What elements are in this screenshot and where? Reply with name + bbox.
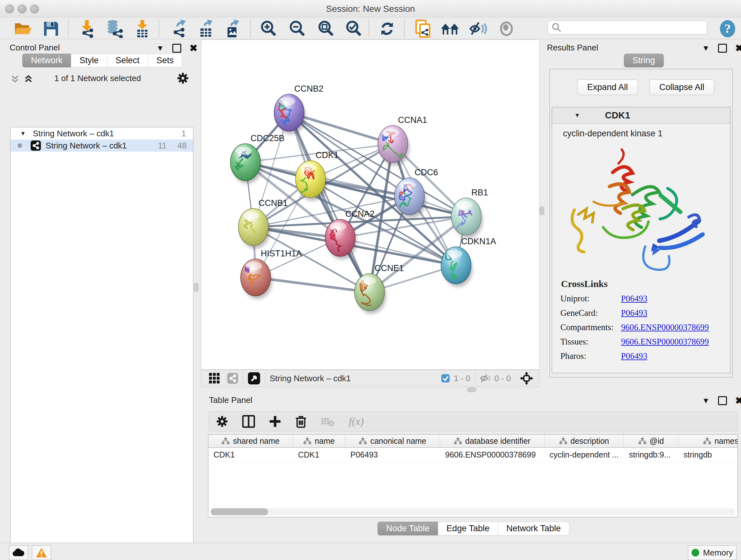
left-splitter-handle[interactable]	[194, 283, 199, 292]
refresh-icon[interactable]	[377, 20, 397, 38]
show-columns-icon[interactable]	[242, 415, 255, 428]
column-header--id[interactable]: @id	[624, 435, 678, 447]
column-header-shared-name[interactable]: shared name	[208, 435, 293, 447]
control-panel-tab-network[interactable]: Network	[22, 54, 71, 67]
zoom-in-icon[interactable]	[258, 20, 279, 38]
table-tab-network-table[interactable]: Network Table	[498, 522, 569, 536]
panel-close-icon[interactable]: ✖	[735, 396, 741, 406]
hide-unhide-icon[interactable]	[468, 20, 489, 38]
open-folder-icon[interactable]	[13, 20, 33, 38]
import-table-icon[interactable]	[132, 20, 152, 38]
node-label-ccna1: CCNA1	[398, 115, 427, 125]
table-cell: 9606.ENSP00000378699	[440, 448, 544, 462]
panel-close-icon[interactable]: ✖	[735, 44, 741, 53]
help-icon[interactable]: ?	[718, 20, 738, 38]
column-header-description[interactable]: description	[544, 435, 624, 447]
network-view-share-icon[interactable]	[227, 373, 239, 384]
search-icon	[552, 23, 561, 32]
network-tree-row-selected[interactable]: String Network – cdk1 11 48	[10, 139, 193, 152]
network-view-canvas[interactable]: CCNB2CCNA1CDC25BCDK1CDC6RB1CCNB1CCNA2CDK…	[201, 40, 539, 370]
grid-view-icon[interactable]	[208, 372, 220, 384]
table-tab-edge-table[interactable]: Edge Table	[438, 522, 498, 536]
network-node-ccne1[interactable]	[354, 273, 385, 311]
crosslink-link[interactable]: 9606.ENSP00000378699	[621, 322, 709, 332]
tree-expander-icon[interactable]: ▼	[20, 130, 26, 137]
network-node-ccna2[interactable]	[325, 219, 355, 256]
table-cell: stringdb	[678, 448, 738, 462]
crosslink-label: Compartments:	[560, 322, 621, 332]
network-node-cdc25b[interactable]	[230, 144, 260, 181]
crosslink-link[interactable]: 9606.ENSP00000378699	[621, 337, 709, 347]
crosslink-row: GeneCard:P06493	[560, 308, 730, 318]
selected-nodes-checkbox-icon[interactable]	[441, 374, 450, 383]
hidden-counts: 0 - 0	[494, 374, 511, 383]
column-header-canonical-name[interactable]: canonical name	[345, 435, 440, 447]
network-tree-root-row[interactable]: ▼ String Network – cdk1 1	[10, 127, 193, 139]
node-label-cdc25b: CDC25B	[251, 133, 285, 143]
clone-network-icon[interactable]	[413, 20, 433, 38]
panel-float-icon[interactable]	[718, 44, 727, 53]
zoom-selected-icon[interactable]	[343, 20, 364, 38]
warnings-button[interactable]	[32, 545, 51, 560]
node-label-cdc6: CDC6	[414, 168, 438, 177]
memory-button[interactable]: Memory	[688, 545, 737, 560]
control-panel-tab-select[interactable]: Select	[107, 54, 148, 67]
panel-close-icon[interactable]: ✖	[190, 44, 198, 53]
expand-all-button[interactable]: Expand All	[577, 79, 638, 95]
crosslinks-list: Uniprot:P06493GeneCard:P06493Compartment…	[552, 294, 730, 361]
node-label-ccnb2: CCNB2	[294, 84, 324, 94]
network-node-cdk1[interactable]	[295, 161, 326, 198]
import-network-icon[interactable]	[77, 20, 97, 38]
control-panel-tab-style[interactable]: Style	[71, 54, 107, 67]
export-table-icon[interactable]	[196, 20, 216, 38]
panel-menu-icon[interactable]: ▼	[702, 397, 710, 405]
column-header-name[interactable]: name	[293, 435, 345, 447]
save-icon[interactable]	[41, 20, 61, 38]
memory-status-dot	[691, 549, 699, 557]
network-node-cdkn1a[interactable]	[441, 247, 471, 284]
detach-view-icon[interactable]	[248, 372, 260, 385]
panel-menu-icon[interactable]: ▼	[156, 44, 164, 52]
crosslinks-title: CrossLinks	[561, 278, 730, 289]
network-node-ccna1[interactable]	[378, 125, 408, 163]
export-network-icon[interactable]	[169, 20, 190, 38]
eye-disabled-icon[interactable]	[496, 20, 517, 38]
network-node-ccnb1[interactable]	[239, 208, 268, 246]
table-tab-node-table[interactable]: Node Table	[378, 522, 438, 536]
add-column-icon[interactable]	[269, 415, 281, 428]
column-header-database-identifier[interactable]: database identifier	[440, 435, 544, 447]
crosslink-link[interactable]: P06493	[621, 308, 648, 318]
delete-column-icon[interactable]	[295, 415, 307, 428]
collapse-entry-icon[interactable]: ▼	[575, 112, 580, 119]
panel-menu-icon[interactable]: ▼	[702, 44, 710, 52]
crosslink-link[interactable]: P06493	[621, 294, 648, 304]
homes-icon[interactable]	[440, 20, 461, 38]
crosslink-link[interactable]: P06493	[621, 351, 648, 361]
search-input[interactable]	[561, 23, 700, 33]
hidden-items-eye-icon	[480, 374, 491, 383]
import-database-icon[interactable]	[104, 20, 125, 38]
table-row[interactable]: CDK1CDK1P064939606.ENSP00000378699cyclin…	[208, 448, 738, 462]
network-node-cdc6[interactable]	[394, 178, 424, 215]
export-image-icon[interactable]	[222, 20, 243, 38]
zoom-fit-icon[interactable]	[316, 20, 336, 38]
results-panel-tab-string[interactable]: String	[624, 54, 664, 67]
column-header-namespace[interactable]: namespace	[678, 435, 738, 447]
node-label-ccnb1: CCNB1	[259, 198, 288, 208]
zoom-out-icon[interactable]	[287, 20, 307, 38]
node-details-header[interactable]: ▼ CDK1	[552, 107, 730, 124]
footer-separator	[265, 372, 265, 385]
table-horizontal-scrollbar[interactable]	[211, 508, 735, 515]
birds-eye-navigator-icon[interactable]	[519, 371, 534, 386]
collapse-all-button[interactable]: Collapse All	[650, 79, 714, 95]
network-node-rb1[interactable]	[451, 198, 481, 235]
panel-float-icon[interactable]	[172, 44, 181, 53]
control-panel-tab-sets[interactable]: Sets	[148, 54, 182, 67]
network-node-hist1h1a[interactable]	[241, 259, 271, 296]
cloud-services-button[interactable]	[9, 545, 28, 560]
network-options-gear-icon[interactable]	[177, 72, 189, 85]
panel-float-icon[interactable]	[718, 396, 727, 405]
table-options-gear-icon[interactable]	[216, 415, 228, 428]
scrollbar-thumb[interactable]	[211, 508, 268, 515]
network-node-ccnb2[interactable]	[274, 94, 304, 131]
